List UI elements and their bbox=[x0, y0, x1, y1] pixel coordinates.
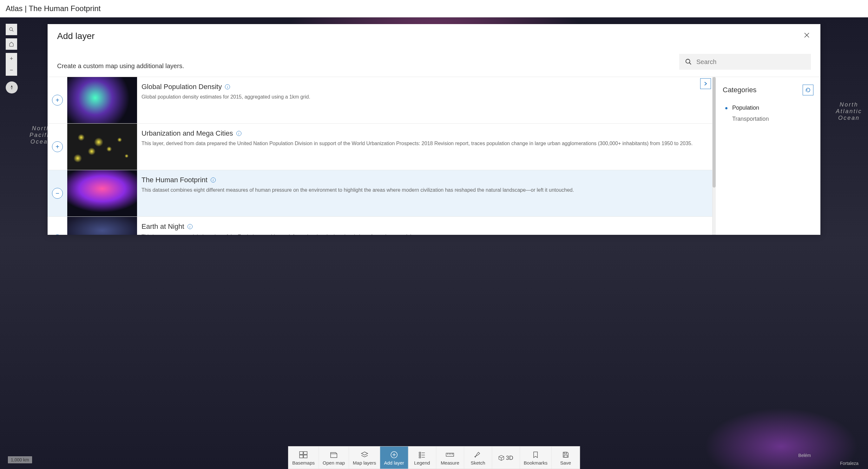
layer-thumbnail bbox=[67, 170, 137, 216]
layer-description: This layer, derived from data prepared t… bbox=[142, 140, 706, 147]
toolbar-label: Open map bbox=[323, 460, 345, 466]
reset-icon bbox=[805, 87, 811, 93]
header: Atlas | The Human Footprint bbox=[0, 0, 868, 18]
compass-button[interactable] bbox=[6, 81, 18, 94]
layer-thumbnail bbox=[67, 124, 137, 170]
svg-rect-6 bbox=[300, 455, 303, 458]
scrollbar[interactable] bbox=[713, 77, 716, 235]
svg-marker-2 bbox=[11, 85, 13, 88]
toolbar-3d[interactable]: 3D bbox=[492, 446, 520, 469]
svg-rect-7 bbox=[304, 455, 307, 458]
svg-point-29 bbox=[686, 59, 690, 63]
add-layer-button[interactable]: + bbox=[52, 141, 63, 152]
toolbar-label: Basemaps bbox=[292, 460, 315, 466]
toolbar-bookmarks[interactable]: Bookmarks bbox=[520, 446, 552, 469]
layer-description: Global population density estimates for … bbox=[142, 94, 706, 100]
search-input[interactable] bbox=[696, 58, 805, 66]
modal-header: Add layer bbox=[48, 24, 820, 54]
modal-title: Add layer bbox=[57, 31, 95, 41]
reset-categories-button[interactable] bbox=[803, 85, 813, 95]
sketch-icon bbox=[474, 450, 481, 459]
search-icon bbox=[685, 58, 692, 65]
layer-card[interactable]: + Global Population Density i Global pop… bbox=[48, 77, 712, 124]
measure-icon bbox=[446, 450, 454, 459]
minus-icon: − bbox=[10, 67, 13, 73]
toolbar-label: Bookmarks bbox=[524, 460, 548, 466]
cube-icon: 3D bbox=[498, 454, 513, 462]
layer-title: The Human Footprint bbox=[142, 176, 208, 184]
side-tools: + − bbox=[6, 24, 18, 94]
legend-icon bbox=[418, 450, 426, 459]
home-button[interactable] bbox=[6, 38, 17, 50]
toolbar-maplayers[interactable]: Map layers bbox=[349, 446, 380, 469]
map-label-fortaleza: Fortaleza bbox=[840, 461, 859, 466]
svg-rect-4 bbox=[300, 451, 303, 455]
chevron-right-icon bbox=[704, 81, 708, 86]
page-title: Atlas | The Human Footprint bbox=[6, 4, 100, 13]
scrollbar-thumb[interactable] bbox=[713, 77, 716, 188]
bookmark-icon bbox=[533, 450, 538, 459]
plus-icon: + bbox=[56, 97, 59, 104]
toolbar-label: 3D bbox=[506, 455, 513, 461]
svg-line-1 bbox=[12, 30, 13, 31]
layer-description: This layer presents a nighttime view of … bbox=[142, 233, 706, 235]
toolbar-label: Map layers bbox=[353, 460, 376, 466]
layers-list: + Global Population Density i Global pop… bbox=[48, 77, 713, 235]
info-icon[interactable]: i bbox=[211, 177, 216, 182]
toolbar-label: Save bbox=[560, 460, 571, 466]
category-transportation[interactable]: Transportation bbox=[725, 113, 813, 125]
layer-card[interactable]: − The Human Footprint i This dataset com… bbox=[48, 170, 712, 217]
close-button[interactable] bbox=[803, 31, 811, 39]
toolbar-save[interactable]: Save bbox=[552, 446, 580, 469]
zoom-out-button[interactable]: − bbox=[6, 64, 17, 76]
addlayer-icon bbox=[390, 450, 398, 459]
info-icon[interactable]: i bbox=[187, 224, 193, 229]
modal-body: + Global Population Density i Global pop… bbox=[48, 77, 820, 235]
search-icon bbox=[9, 27, 14, 32]
svg-rect-26 bbox=[564, 455, 567, 457]
search-tool-button[interactable] bbox=[6, 24, 17, 35]
categories-title: Categories bbox=[723, 86, 756, 94]
toolbar-legend[interactable]: Legend bbox=[408, 446, 436, 469]
layer-title: Global Population Density bbox=[142, 83, 222, 91]
layer-thumbnail bbox=[67, 77, 137, 123]
svg-marker-8 bbox=[361, 452, 368, 455]
svg-rect-16 bbox=[419, 457, 421, 458]
svg-line-30 bbox=[689, 63, 691, 65]
svg-point-0 bbox=[9, 28, 12, 30]
map-label-belem: Belém bbox=[798, 453, 811, 458]
category-population[interactable]: Population bbox=[725, 102, 813, 113]
zoom-in-button[interactable]: + bbox=[6, 53, 17, 64]
toolbar-openmap[interactable]: Open map bbox=[319, 446, 349, 469]
close-icon bbox=[804, 32, 810, 38]
layer-card[interactable]: + Urbanization and Mega Cities i This la… bbox=[48, 124, 712, 170]
categories-panel: Categories Population Transportation bbox=[716, 77, 820, 235]
add-layer-button[interactable]: + bbox=[52, 234, 63, 235]
svg-rect-5 bbox=[304, 451, 307, 455]
toolbar-measure[interactable]: Measure bbox=[436, 446, 464, 469]
save-icon bbox=[562, 450, 569, 459]
search-box[interactable] bbox=[679, 54, 811, 70]
layer-description: This dataset combines eight different me… bbox=[142, 187, 706, 194]
toolbar-sketch[interactable]: Sketch bbox=[464, 446, 492, 469]
openmap-icon bbox=[330, 450, 338, 459]
toolbar-addlayer[interactable]: Add layer bbox=[380, 446, 408, 469]
info-icon[interactable]: i bbox=[236, 131, 241, 136]
minus-icon: − bbox=[56, 190, 59, 197]
add-layer-button[interactable]: + bbox=[52, 95, 63, 105]
bottom-toolbar: Basemaps Open map Map layers Add layer L… bbox=[288, 446, 580, 469]
modal-subtitle: Create a custom map using additional lay… bbox=[57, 62, 184, 70]
collapse-panel-button[interactable] bbox=[700, 78, 711, 89]
home-icon bbox=[9, 41, 14, 46]
toolbar-label: Legend bbox=[414, 460, 430, 466]
categories-list: Population Transportation bbox=[723, 102, 813, 125]
svg-rect-14 bbox=[419, 455, 421, 456]
remove-layer-button[interactable]: − bbox=[52, 188, 63, 199]
svg-rect-12 bbox=[419, 452, 421, 454]
layer-title: Urbanization and Mega Cities bbox=[142, 129, 233, 137]
toolbar-label: Sketch bbox=[470, 460, 485, 466]
info-icon[interactable]: i bbox=[225, 84, 230, 89]
map-label-atlantic: North Atlantic Ocean bbox=[833, 101, 865, 121]
layer-card[interactable]: + Earth at Night i This layer presents a… bbox=[48, 217, 712, 235]
toolbar-basemaps[interactable]: Basemaps bbox=[288, 446, 319, 469]
